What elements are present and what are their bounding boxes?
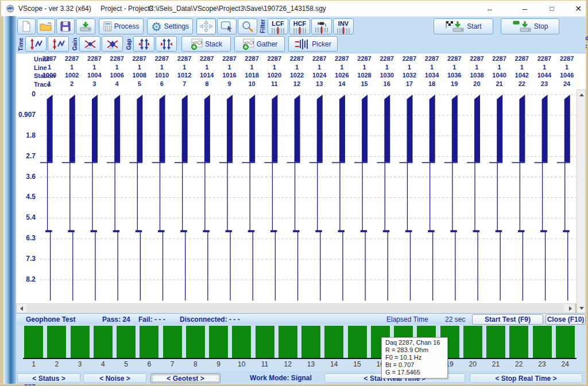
scroll-up-arrow[interactable]	[577, 90, 586, 99]
time-tick-label: 2.7	[16, 152, 36, 161]
noise-mode-button[interactable]: < Noise >	[83, 373, 146, 383]
trace-header-column: 22871102011	[263, 54, 286, 88]
geophone-bar-number: 12	[276, 360, 299, 368]
pass-label: Pass:	[102, 315, 121, 323]
gather-button[interactable]: Gather	[234, 36, 285, 52]
fail-count: Fail: - - -	[138, 315, 165, 323]
gap-increase-button[interactable]	[133, 36, 154, 52]
picker-waveform-icon	[295, 39, 310, 49]
picker-button[interactable]: Picker	[288, 36, 338, 52]
trace-header-column: 22871103016	[376, 54, 399, 88]
time-compress-button[interactable]	[48, 36, 69, 52]
start-button[interactable]: Start	[434, 18, 493, 34]
geophone-bar[interactable]	[163, 326, 182, 358]
start-label: Start	[467, 22, 481, 30]
geophone-bar[interactable]	[486, 326, 505, 358]
geophone-bar[interactable]	[533, 326, 552, 358]
geophone-bar[interactable]	[24, 326, 43, 358]
trace-header-column: 22871102212	[285, 54, 308, 88]
geophone-bar[interactable]	[324, 326, 343, 358]
waveform-filter-icon	[315, 28, 328, 33]
close-button[interactable]: ✕	[568, 3, 588, 14]
gap-arrows-icon	[159, 38, 174, 50]
settings-button[interactable]: ⚙ Settings	[147, 18, 193, 34]
geophone-bar[interactable]	[47, 326, 66, 358]
stop-button[interactable]: Stop	[501, 18, 559, 34]
geophone-bar[interactable]	[278, 326, 297, 358]
stack-chart-icon	[190, 38, 203, 50]
export-to-disk-button[interactable]	[76, 18, 95, 34]
window-title: VScope - ver 3.32 (x64)	[18, 5, 91, 13]
geophone-bar-number: 24	[554, 360, 577, 368]
geotest-mode-button[interactable]: < Geotest >	[150, 373, 220, 383]
geophone-bar[interactable]	[209, 326, 228, 358]
time-tick-label: 6.3	[16, 234, 36, 243]
scroll-down-arrow[interactable]	[577, 303, 586, 313]
new-document-icon	[22, 21, 31, 32]
time-tick-label: 0	[16, 90, 36, 99]
geophone-bar[interactable]	[256, 326, 274, 358]
geophone-bar[interactable]	[186, 326, 205, 358]
time-scale-arrows-icon	[29, 38, 44, 50]
gain-up-button[interactable]	[79, 36, 100, 52]
horizontal-scrollbar-thumb[interactable]	[26, 305, 564, 312]
trace-header-column: 22871102614	[330, 54, 353, 88]
gap-decrease-button[interactable]	[156, 36, 177, 52]
scroll-left-arrow[interactable]	[17, 304, 26, 313]
geophone-bar[interactable]	[301, 326, 320, 358]
geophone-bar-number: 1	[22, 360, 45, 368]
gain-down-button[interactable]	[102, 36, 123, 52]
save-button[interactable]	[56, 18, 75, 34]
close-test-button[interactable]: Close (F10)	[546, 314, 586, 325]
trace-header-column: 22871104624	[555, 54, 578, 88]
trace-header-column: 2287110148	[195, 54, 218, 88]
stop-real-time-button[interactable]: < Stop Real Time >	[470, 373, 582, 383]
stack-button[interactable]: Stack	[181, 36, 231, 52]
pan-tool-button[interactable]	[196, 18, 216, 34]
file-path: C:\iSeis_Data\VScope\Project3\Save\19072…	[149, 5, 326, 13]
geophone-bar-number: 5	[115, 360, 138, 368]
save-floppy-icon	[60, 21, 71, 32]
zoom-tool-button[interactable]	[238, 18, 257, 34]
new-file-button[interactable]	[17, 18, 36, 34]
lcf-filter-button[interactable]: LCF	[268, 18, 288, 34]
minimize-button[interactable]: –	[515, 3, 535, 14]
geophone-bar[interactable]	[463, 326, 482, 358]
open-file-button[interactable]	[37, 18, 55, 34]
trace-header-column: 22871103217	[398, 54, 421, 88]
geophone-bar[interactable]	[509, 326, 528, 358]
hcf-filter-button[interactable]: HCF	[289, 18, 310, 34]
geophone-bar-number: 15	[346, 360, 369, 368]
status-mode-button[interactable]: < Status >	[17, 373, 80, 383]
geophone-bar-number: 6	[138, 360, 161, 368]
process-button[interactable]: Process	[99, 18, 144, 34]
filter-group-label: Filter	[260, 19, 266, 34]
geophone-bar[interactable]	[556, 326, 575, 358]
geophone-bar-number: 9	[207, 360, 230, 368]
geophone-test-statusbar: Geophone Test Pass: 24 Fail: - - - Disco…	[16, 313, 586, 325]
geophone-bar[interactable]	[71, 326, 90, 358]
select-tool-button[interactable]	[217, 18, 237, 34]
time-tick-label: 8.2	[16, 275, 36, 284]
scroll-right-arrow[interactable]	[566, 304, 575, 313]
time-expand-button[interactable]	[25, 36, 47, 52]
trace-header-column: 2287110022	[60, 54, 83, 88]
trace-header-column: 22871102413	[308, 54, 331, 88]
vertical-scrollbar[interactable]	[577, 89, 586, 313]
notch-filter-button[interactable]	[311, 18, 332, 34]
geophone-bar[interactable]	[94, 326, 113, 358]
inv-filter-button[interactable]: INV	[333, 18, 354, 34]
geophone-bar[interactable]	[348, 326, 367, 358]
channel-tooltip: Daq 2287, Chan 16 R = 283.9 Ohm F0 = 10.…	[381, 337, 448, 379]
geophone-bar-number: 2	[45, 360, 68, 368]
gather-chart-icon	[242, 38, 254, 50]
geophone-bar[interactable]	[232, 326, 251, 358]
settings-label: Settings	[164, 22, 189, 30]
start-test-button[interactable]: Start Test (F9)	[472, 314, 543, 325]
waveform-filter-icon	[272, 28, 284, 33]
resize-hint-icon: ↔	[486, 5, 493, 13]
geophone-bar[interactable]	[140, 326, 158, 358]
geophone-bar[interactable]	[117, 326, 136, 358]
maximize-button[interactable]: □	[542, 3, 562, 14]
trace-header-column: 2287110169	[218, 54, 241, 88]
